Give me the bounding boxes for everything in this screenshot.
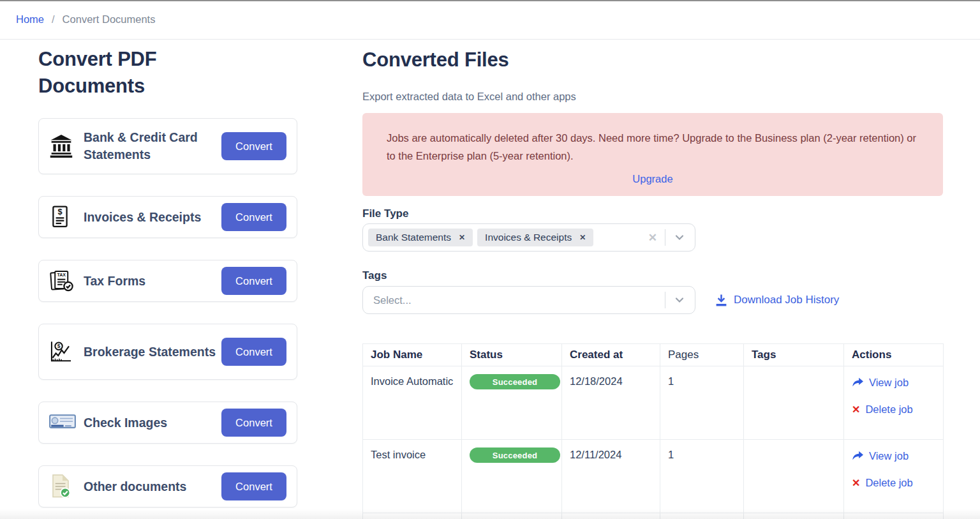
table-row: Invoice Automatic Succeeded 12/18/2024 1… — [363, 366, 944, 440]
delete-job-link[interactable]: ✕ Delete job — [852, 477, 935, 489]
delete-job-link[interactable]: ✕ Delete job — [852, 403, 935, 416]
upgrade-link[interactable]: Upgrade — [632, 173, 672, 184]
breadcrumb-current: Convert Documents — [63, 13, 156, 26]
view-job-icon — [852, 451, 864, 462]
download-icon — [715, 294, 728, 307]
pages-cell: 1 — [660, 513, 744, 519]
pages-cell: 1 — [660, 440, 744, 513]
clear-all-icon[interactable]: ✕ — [648, 231, 657, 244]
card-label: Invoices & Receipts — [76, 209, 221, 226]
tax-form-icon: TAX — [49, 269, 76, 292]
created-at-cell: 12/09/2024 — [562, 513, 660, 519]
convert-brokerage-button[interactable]: Convert — [221, 338, 286, 366]
tags-select[interactable]: Select... — [362, 286, 695, 314]
convert-other-documents-button[interactable]: Convert — [221, 472, 286, 500]
select-divider — [665, 229, 665, 246]
table-row: Test invoice Succeeded 12/11/2024 1 View… — [363, 440, 944, 513]
jobs-table: Job Name Status Created at Pages Tags Ac… — [362, 343, 944, 519]
svg-text:TAX: TAX — [57, 273, 66, 277]
header-status: Status — [462, 344, 562, 366]
convert-bank-statements-button[interactable]: Convert — [221, 132, 286, 160]
delete-job-icon: ✕ — [852, 403, 860, 416]
chip-invoices-receipts: Invoices & Receipts ✕ — [477, 229, 593, 246]
chip-remove-icon[interactable]: ✕ — [579, 233, 586, 242]
chip-label: Invoices & Receipts — [485, 232, 572, 243]
card-other-documents: Other documents Convert — [38, 465, 297, 508]
page-subtitle: Export extracted data to Excel and other… — [362, 91, 943, 103]
job-name-cell: Invoice Automatic — [363, 366, 462, 440]
delete-job-label: Delete job — [865, 477, 912, 489]
breadcrumb: Home / Convert Documents — [0, 0, 980, 40]
header-pages: Pages — [660, 344, 744, 366]
chip-bank-statements: Bank Statements ✕ — [368, 229, 473, 246]
card-invoices-receipts: $ Invoices & Receipts Convert — [38, 196, 297, 238]
convert-check-images-button[interactable]: Convert — [221, 409, 286, 437]
brokerage-chart-icon: $ — [49, 340, 76, 364]
breadcrumb-separator: / — [52, 13, 55, 26]
page-title: Converted Files — [362, 49, 943, 71]
view-job-link[interactable]: View job — [852, 450, 935, 462]
view-job-link[interactable]: View job — [852, 377, 935, 389]
other-document-icon — [49, 474, 76, 499]
select-divider — [665, 292, 665, 308]
created-at-cell: 12/11/2024 — [562, 440, 660, 513]
card-brokerage-statements: $ Brokerage Statements Convert — [38, 324, 297, 380]
created-at-cell: 12/18/2024 — [562, 366, 660, 440]
bank-icon — [49, 135, 76, 158]
converted-files-panel: Converted Files Export extracted data to… — [362, 40, 943, 519]
card-tax-forms: TAX Tax Forms Convert — [38, 260, 297, 302]
file-type-multiselect[interactable]: Bank Statements ✕ Invoices & Receipts ✕ … — [362, 223, 695, 252]
convert-invoices-button[interactable]: Convert — [221, 203, 286, 231]
status-badge: Succeeded — [470, 448, 560, 463]
header-job-name: Job Name — [363, 344, 462, 366]
status-badge: Succeeded — [470, 374, 560, 389]
download-job-history-link[interactable]: Download Job History — [715, 294, 839, 307]
card-label: Other documents — [76, 478, 221, 495]
card-check-images: Check Images Convert — [38, 402, 297, 444]
job-name-cell: NetSuite — [363, 513, 462, 519]
tags-placeholder: Select... — [368, 294, 412, 306]
job-name-cell: Test invoice — [363, 440, 462, 513]
table-header-row: Job Name Status Created at Pages Tags Ac… — [363, 344, 944, 366]
chevron-down-icon[interactable] — [673, 294, 686, 306]
card-label: Check Images — [76, 414, 221, 432]
table-row: NetSuite Succeeded 12/09/2024 1 View job… — [363, 513, 944, 519]
card-label: Brokerage Statements — [76, 343, 221, 361]
tags-cell — [744, 366, 844, 440]
tags-label: Tags — [362, 269, 943, 282]
card-label: Tax Forms — [76, 273, 221, 290]
header-created-at: Created at — [562, 344, 660, 366]
left-panel-title: Convert PDF Documents — [38, 46, 242, 100]
invoice-icon: $ — [49, 205, 76, 229]
file-type-label: File Type — [362, 207, 943, 220]
view-job-label: View job — [869, 450, 909, 462]
tags-cell — [744, 513, 844, 519]
retention-alert-text: Jobs are automatically deleted after 30 … — [387, 132, 916, 162]
window-top-edge — [0, 0, 980, 1]
view-job-label: View job — [869, 377, 909, 389]
download-link-label: Download Job History — [734, 294, 839, 306]
card-label: Bank & Credit Card Statements — [76, 129, 221, 163]
convert-tax-forms-button[interactable]: Convert — [221, 267, 286, 295]
delete-job-label: Delete job — [865, 403, 912, 416]
header-tags: Tags — [744, 344, 844, 366]
tags-cell — [744, 440, 844, 513]
chip-label: Bank Statements — [376, 232, 451, 243]
chip-remove-icon[interactable]: ✕ — [459, 233, 465, 242]
svg-text:$: $ — [57, 343, 61, 349]
retention-alert: Jobs are automatically deleted after 30 … — [362, 113, 943, 196]
header-actions: Actions — [844, 344, 944, 366]
chevron-down-icon[interactable] — [673, 231, 686, 244]
view-job-icon — [852, 377, 864, 388]
delete-job-icon: ✕ — [852, 477, 860, 489]
convert-documents-panel: Convert PDF Documents Bank & Credit Card… — [38, 40, 297, 519]
svg-text:$: $ — [57, 207, 62, 216]
breadcrumb-home-link[interactable]: Home — [16, 13, 44, 26]
card-bank-statements: Bank & Credit Card Statements Convert — [38, 118, 297, 174]
pages-cell: 1 — [660, 366, 744, 440]
check-image-icon — [49, 414, 76, 431]
